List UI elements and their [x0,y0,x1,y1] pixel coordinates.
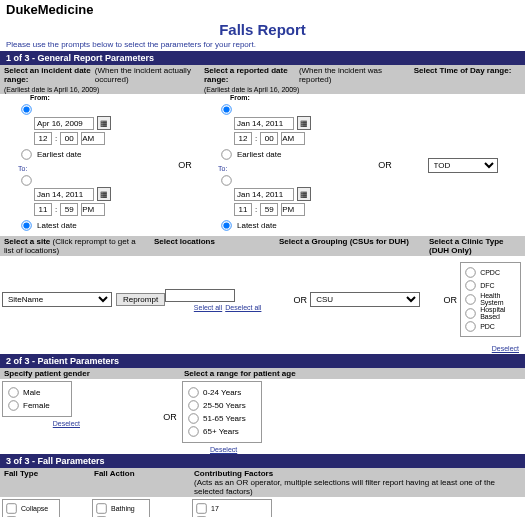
reported-to-min[interactable] [260,203,278,216]
reported-to-latest-radio[interactable] [221,220,231,230]
brand-logo: DukeMedicine [0,0,525,19]
incident-range-label: Select an incident date range: [4,66,91,84]
calendar-icon[interactable]: ▦ [297,187,311,201]
grouping-select[interactable]: CSU [310,292,420,307]
gender-female-radio[interactable] [8,400,18,410]
incident-to-latest-radio[interactable] [21,220,31,230]
reported-to-hour[interactable] [234,203,252,216]
deselect-all-link[interactable]: Deselect all [225,304,261,311]
age-range-list: 0-24 Years25-50 Years51-65 Years65+ Year… [182,381,262,443]
incident-from-hour[interactable] [34,132,52,145]
gender-label: Specify patient gender [0,368,180,379]
age-range-label: Select a range for patient age [180,368,525,379]
reported-from-hour[interactable] [234,132,252,145]
incident-from-ampm[interactable] [81,132,105,145]
list-item[interactable]: 25-50 Years [187,399,257,412]
select-locations-label: Select locations [150,236,275,256]
calendar-icon[interactable]: ▦ [297,116,311,130]
select-all-link[interactable]: Select all [194,304,222,311]
reported-to-ampm[interactable] [281,203,305,216]
list-item[interactable]: 65+ Years [187,425,257,438]
or-label: OR [170,94,200,236]
list-item[interactable]: Health System [464,292,514,306]
list-item[interactable]: PDC [464,320,514,333]
deselect-link[interactable]: Deselect [492,345,519,352]
page-title: Falls Report [0,19,525,40]
contrib-factors-label: Contributing Factors [194,469,273,478]
reported-range-label: Select a reported date range: [204,66,295,84]
incident-to-ampm[interactable] [81,203,105,216]
incident-to-hour[interactable] [34,203,52,216]
tod-select[interactable]: TOD [428,158,498,173]
list-item[interactable]: 17 [195,502,269,515]
fall-action-listbox[interactable]: BathingDressingOtherPlayingReachingSitti… [92,499,150,517]
incident-to-min[interactable] [60,203,78,216]
site-select[interactable]: SiteName [2,292,112,307]
list-item[interactable]: Bathing [95,502,147,515]
fall-type-listbox[interactable]: CollapseFrom BedFrom ChairFrom equipment… [2,499,60,517]
list-item[interactable]: DFC [464,279,514,292]
reported-to-date[interactable] [234,188,294,201]
incident-from-min[interactable] [60,132,78,145]
or-label: OR [370,94,400,236]
incident-to-date[interactable] [34,188,94,201]
list-item[interactable]: 51-65 Years [187,412,257,425]
locations-input[interactable] [165,289,235,302]
select-site-label: Select a site [4,237,50,246]
select-grouping-label: Select a Grouping (CSUs for DUH) [275,236,425,256]
clinic-type-list: CPDCDFCHealth SystemHospital BasedPDC [460,262,521,337]
reported-from-earliest-radio[interactable] [221,149,231,159]
reported-from-ampm[interactable] [281,132,305,145]
reported-from-specific-radio[interactable] [221,104,231,114]
contrib-factors-listbox[interactable]: 1743444547484950 [192,499,272,517]
reprompt-button[interactable]: Reprompt [116,293,165,306]
section-1-header: 1 of 3 - General Report Parameters [0,51,525,65]
incident-from-specific-radio[interactable] [21,104,31,114]
incident-to-specific-radio[interactable] [21,175,31,185]
list-item[interactable]: CPDC [464,266,514,279]
deselect-link[interactable]: Deselect [210,446,237,453]
calendar-icon[interactable]: ▦ [97,187,111,201]
reported-to-specific-radio[interactable] [221,175,231,185]
select-clinic-type-label: Select a Clinic Type (DUH Only) [425,236,525,256]
fall-action-label: Fall Action [90,468,190,497]
gender-fieldset: Male Female [2,381,72,417]
reported-from-date[interactable] [234,117,294,130]
fall-type-label: Fall Type [0,468,90,497]
section-3-header: 3 of 3 - Fall Parameters [0,454,525,468]
reported-from-min[interactable] [260,132,278,145]
list-item[interactable]: Hospital Based [464,306,514,320]
deselect-link[interactable]: Deselect [53,420,80,427]
list-item[interactable]: 0-24 Years [187,386,257,399]
calendar-icon[interactable]: ▦ [97,116,111,130]
incident-from-date[interactable] [34,117,94,130]
section-2-header: 2 of 3 - Patient Parameters [0,354,525,368]
list-item[interactable]: Collapse [5,502,57,515]
hint-text: Please use the prompts below to select t… [0,40,525,51]
gender-male-radio[interactable] [8,387,18,397]
tod-range-label: Select Time of Day range: [414,66,512,75]
incident-from-earliest-radio[interactable] [21,149,31,159]
